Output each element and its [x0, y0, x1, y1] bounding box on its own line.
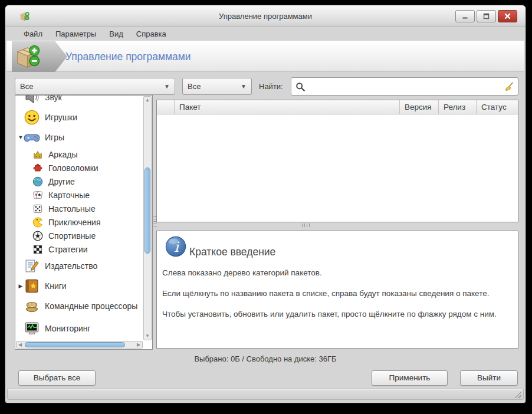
- package-table-panel: ПакетВерсияРелизСтатус: [156, 100, 518, 222]
- maximize-icon: [483, 13, 490, 19]
- close-button[interactable]: [498, 10, 517, 22]
- tree-horizontal-scrollbar[interactable]: ◀ ▶: [16, 341, 143, 349]
- tree-item-label: Стратегии: [48, 245, 88, 254]
- tree-item[interactable]: Звук: [15, 96, 143, 107]
- tree-item[interactable]: Командные процессоры: [15, 296, 143, 316]
- menu-item-4[interactable]: Справка: [130, 28, 173, 40]
- tree-item[interactable]: Головоломки: [15, 161, 143, 175]
- tree-vertical-scrollbar[interactable]: ▲ ▼: [143, 96, 152, 340]
- tree-item-label: Игры: [45, 133, 64, 142]
- bottom-status-strip: [7, 389, 524, 400]
- tree-item-label: Настольные: [48, 204, 96, 213]
- package-table-header: ПакетВерсияРелизСтатус: [157, 100, 518, 114]
- horizontal-scrollbar-thumb[interactable]: [25, 342, 125, 347]
- package-icon: [14, 43, 42, 71]
- scroll-down-icon[interactable]: ▼: [144, 333, 151, 340]
- category-filter-dropdown[interactable]: Все ▼: [15, 78, 175, 95]
- tree-item-label: Игрушки: [45, 113, 77, 122]
- window-title: Управление программами: [5, 5, 526, 27]
- package-icon-small: [19, 11, 30, 22]
- tree-item-label: Спортивные: [48, 231, 96, 241]
- search-label: Найти:: [259, 78, 283, 95]
- pacman-icon: [32, 216, 44, 228]
- tree-item[interactable]: Аркады: [15, 147, 143, 161]
- puzzle-icon: [32, 162, 44, 174]
- minimize-button[interactable]: [455, 10, 475, 22]
- tree-item[interactable]: Игрушки: [15, 107, 143, 127]
- scroll-right-icon[interactable]: ▶: [135, 341, 142, 348]
- tree-item-label: Звук: [45, 96, 62, 102]
- expander-down-icon[interactable]: ▼: [17, 134, 24, 140]
- menu-item-3[interactable]: Вид: [103, 28, 130, 40]
- chevron-down-icon: ▼: [241, 83, 247, 90]
- category-filter-value: Все: [20, 82, 33, 91]
- scroll-left-icon[interactable]: ◀: [17, 341, 24, 348]
- column-header-Релиз[interactable]: Релиз: [439, 100, 477, 114]
- tree-item[interactable]: Издательство: [15, 256, 143, 276]
- column-header-Версия[interactable]: Версия: [400, 100, 439, 114]
- arcade-icon: [32, 149, 44, 160]
- chevron-down-icon: ▼: [164, 83, 170, 90]
- category-tree-panel: ЗвукИгрушки▼ИгрыАркадыГоловоломкиДругие♦…: [15, 95, 153, 350]
- vertical-scrollbar-thumb[interactable]: [145, 167, 150, 254]
- apply-button[interactable]: Применить: [372, 370, 448, 386]
- select-all-button[interactable]: Выбрать все: [18, 370, 96, 386]
- details-paragraph: Если щёлкнуть по названию пакета в списк…: [162, 288, 512, 300]
- tree-item[interactable]: Приключения: [15, 215, 143, 229]
- smiley-icon: [24, 109, 40, 126]
- tree-item[interactable]: Настольные: [15, 202, 143, 215]
- quit-button[interactable]: Выйти: [460, 370, 518, 386]
- tree-item-label: Приключения: [48, 218, 101, 227]
- column-header-checkbox[interactable]: [157, 100, 175, 114]
- minimize-icon: [462, 13, 468, 19]
- tree-item-label: Другие: [48, 177, 75, 186]
- maximize-button[interactable]: [477, 10, 496, 22]
- shell-icon: [24, 298, 40, 314]
- column-header-Статус[interactable]: Статус: [477, 100, 518, 114]
- dice-icon: [32, 203, 44, 215]
- column-header-Пакет[interactable]: Пакет: [175, 100, 400, 114]
- app-window: Управление программами ФайлПараметрыВидС…: [5, 5, 526, 403]
- details-panel: i Краткое введение Слева показано дерево…: [156, 231, 518, 349]
- search-icon: [295, 81, 306, 92]
- tree-item-label: Головоломки: [48, 163, 98, 173]
- horizontal-splitter-grip[interactable]: [300, 224, 310, 227]
- tree-item[interactable]: ▶Книги: [15, 276, 143, 296]
- window-controls: [455, 10, 517, 22]
- close-icon: [504, 13, 511, 19]
- title-bar[interactable]: Управление программами: [5, 5, 526, 27]
- menu-item-1[interactable]: Файл: [17, 28, 49, 40]
- speaker-icon: [24, 96, 40, 106]
- clear-broom-icon[interactable]: [504, 81, 514, 92]
- info-icon: i: [165, 235, 187, 258]
- banner-title: Управление программами: [65, 41, 191, 72]
- tree-item-label: Аркады: [48, 150, 78, 159]
- globe-icon: [32, 176, 44, 188]
- tree-item[interactable]: Другие: [15, 175, 143, 188]
- expander-right-icon[interactable]: ▶: [17, 283, 24, 289]
- menu-bar: ФайлПараметрыВидСправка: [5, 27, 526, 40]
- tree-item[interactable]: ♦♠Карточные: [15, 188, 143, 202]
- tree-item[interactable]: Стратегии: [15, 242, 143, 256]
- checkers-icon: [32, 244, 44, 255]
- details-body: Слева показано дерево категорий пакетов.…: [162, 268, 512, 330]
- details-paragraph: Чтобы установить, обновить или удалить п…: [162, 309, 512, 320]
- monitoring-icon: [24, 320, 40, 337]
- tree-item[interactable]: ▼Игры: [15, 127, 143, 147]
- details-paragraph: Слева показано дерево категорий пакетов.: [162, 268, 512, 279]
- resize-grip[interactable]: [514, 390, 521, 398]
- filter-bar: Все ▼ Все ▼ Найти:: [5, 72, 526, 96]
- menu-item-2[interactable]: Параметры: [49, 28, 103, 40]
- status-filter-dropdown[interactable]: Все ▼: [182, 78, 252, 95]
- category-tree: ЗвукИгрушки▼ИгрыАркадыГоловоломкиДругие♦…: [15, 96, 143, 340]
- scroll-up-icon[interactable]: ▲: [144, 97, 151, 104]
- tree-item[interactable]: Мониторинг: [15, 318, 143, 339]
- search-input[interactable]: [308, 82, 501, 91]
- tree-item[interactable]: Спортивные: [15, 229, 143, 242]
- status-filter-value: Все: [188, 82, 201, 91]
- tree-item-label: Командные процессоры: [45, 301, 137, 311]
- publishing-icon: [24, 258, 40, 274]
- details-title: Краткое введение: [189, 246, 275, 258]
- cards-icon: ♦♠: [32, 189, 44, 201]
- status-text: Выбрано: 0Б / Свободно на диске: 36ГБ: [5, 354, 526, 363]
